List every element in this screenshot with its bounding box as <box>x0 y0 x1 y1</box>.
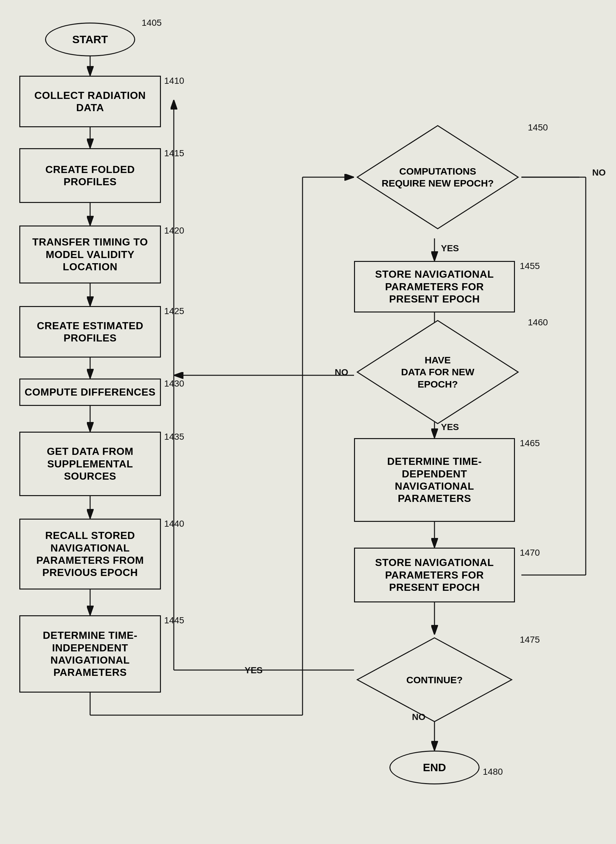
ref-1475: 1475 <box>520 635 540 645</box>
no-label-1450: NO <box>592 168 606 178</box>
label-1460: HAVEDATA FOR NEWEPOCH? <box>380 337 496 407</box>
ref-1405: 1405 <box>142 18 161 28</box>
ref-1460: 1460 <box>528 317 548 328</box>
node-1445: DETERMINE TIME-INDEPENDENTNAVIGATIONALPA… <box>19 615 161 693</box>
ref-1435: 1435 <box>164 432 184 442</box>
label-1475: CONTINUE? <box>380 654 489 706</box>
end-label: END <box>423 761 446 774</box>
ref-1450: 1450 <box>528 122 548 133</box>
label-1415: CREATE FOLDEDPROFILES <box>45 163 135 188</box>
yes-label-1450: YES <box>441 243 459 253</box>
ref-1470: 1470 <box>520 548 540 558</box>
label-1425: CREATE ESTIMATEDPROFILES <box>37 319 144 344</box>
yes-label-1475: YES <box>245 665 263 675</box>
ref-1465: 1465 <box>520 438 540 448</box>
ref-1410: 1410 <box>164 76 184 86</box>
node-1420: TRANSFER TIMING TOMODEL VALIDITYLOCATION <box>19 225 161 284</box>
no-label-1460: NO <box>335 367 348 378</box>
ref-1445: 1445 <box>164 615 184 626</box>
ref-1420: 1420 <box>164 225 184 236</box>
node-1465: DETERMINE TIME-DEPENDENTNAVIGATIONALPARA… <box>354 438 515 522</box>
start-label: START <box>72 33 108 46</box>
flowchart-diagram: START 1405 COLLECT RADIATIONDATA 1410 CR… <box>0 0 616 844</box>
node-1410: COLLECT RADIATIONDATA <box>19 76 161 127</box>
node-1425: CREATE ESTIMATEDPROFILES <box>19 306 161 357</box>
diamond-1475: CONTINUE? <box>354 635 515 725</box>
label-1440: RECALL STOREDNAVIGATIONALPARAMETERS FROM… <box>37 529 144 579</box>
diamond-1450: COMPUTATIONSREQUIRE NEW EPOCH? <box>354 122 521 232</box>
node-1440: RECALL STOREDNAVIGATIONALPARAMETERS FROM… <box>19 519 161 590</box>
diamond-1460: HAVEDATA FOR NEWEPOCH? <box>354 317 521 427</box>
node-1415: CREATE FOLDEDPROFILES <box>19 148 161 203</box>
label-1435: GET DATA FROMSUPPLEMENTALSOURCES <box>47 445 133 482</box>
node-1435: GET DATA FROMSUPPLEMENTALSOURCES <box>19 432 161 496</box>
ref-1430: 1430 <box>164 378 184 389</box>
ref-1415: 1415 <box>164 148 184 159</box>
node-1430: COMPUTE DIFFERENCES <box>19 378 161 406</box>
ref-1425: 1425 <box>164 306 184 316</box>
start-node: START <box>45 22 135 56</box>
yes-label-1460: YES <box>441 422 459 432</box>
ref-1480: 1480 <box>483 767 503 777</box>
label-1410: COLLECT RADIATIONDATA <box>34 89 146 114</box>
label-1450: COMPUTATIONSREQUIRE NEW EPOCH? <box>373 138 502 216</box>
end-node: END <box>389 751 480 784</box>
label-1470: STORE NAVIGATIONALPARAMETERS FORPRESENT … <box>375 556 494 593</box>
label-1420: TRANSFER TIMING TOMODEL VALIDITYLOCATION <box>32 236 148 273</box>
label-1465: DETERMINE TIME-DEPENDENTNAVIGATIONALPARA… <box>387 455 482 505</box>
node-1455: STORE NAVIGATIONALPARAMETERS FORPRESENT … <box>354 261 515 312</box>
label-1445: DETERMINE TIME-INDEPENDENTNAVIGATIONALPA… <box>43 629 138 679</box>
no-label-1475: NO <box>412 712 425 722</box>
ref-1455: 1455 <box>520 261 540 271</box>
label-1455: STORE NAVIGATIONALPARAMETERS FORPRESENT … <box>375 268 494 305</box>
label-1430: COMPUTE DIFFERENCES <box>25 386 156 398</box>
ref-1440: 1440 <box>164 519 184 529</box>
node-1470: STORE NAVIGATIONALPARAMETERS FORPRESENT … <box>354 548 515 602</box>
